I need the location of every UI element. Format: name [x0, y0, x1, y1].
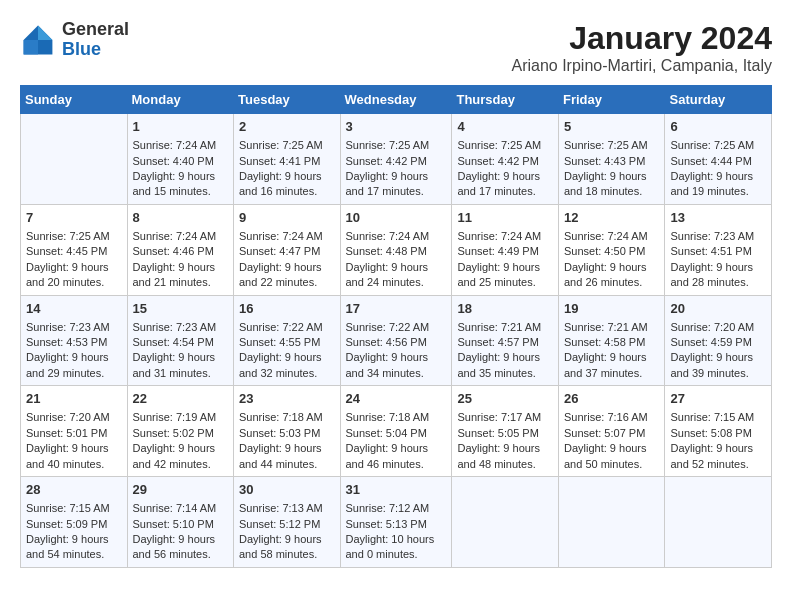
day-number: 8 — [133, 209, 229, 227]
day-header-sunday: Sunday — [21, 86, 128, 114]
calendar-cell: 23Sunrise: 7:18 AM Sunset: 5:03 PM Dayli… — [234, 386, 341, 477]
calendar-cell: 20Sunrise: 7:20 AM Sunset: 4:59 PM Dayli… — [665, 295, 772, 386]
day-number: 10 — [346, 209, 447, 227]
day-header-monday: Monday — [127, 86, 234, 114]
svg-marker-1 — [38, 25, 52, 39]
day-header-friday: Friday — [558, 86, 665, 114]
calendar-cell: 21Sunrise: 7:20 AM Sunset: 5:01 PM Dayli… — [21, 386, 128, 477]
day-number: 13 — [670, 209, 766, 227]
day-number: 22 — [133, 390, 229, 408]
cell-content: Sunrise: 7:24 AM Sunset: 4:46 PM Dayligh… — [133, 229, 229, 291]
svg-marker-2 — [24, 40, 38, 54]
calendar-cell — [558, 477, 665, 568]
day-number: 23 — [239, 390, 335, 408]
cell-content: Sunrise: 7:25 AM Sunset: 4:44 PM Dayligh… — [670, 138, 766, 200]
calendar-cell: 4Sunrise: 7:25 AM Sunset: 4:42 PM Daylig… — [452, 114, 559, 205]
day-number: 18 — [457, 300, 553, 318]
day-number: 1 — [133, 118, 229, 136]
day-number: 7 — [26, 209, 122, 227]
day-number: 5 — [564, 118, 660, 136]
day-number: 12 — [564, 209, 660, 227]
cell-content: Sunrise: 7:14 AM Sunset: 5:10 PM Dayligh… — [133, 501, 229, 563]
calendar-cell: 31Sunrise: 7:12 AM Sunset: 5:13 PM Dayli… — [340, 477, 452, 568]
cell-content: Sunrise: 7:25 AM Sunset: 4:45 PM Dayligh… — [26, 229, 122, 291]
title-block: January 2024 Ariano Irpino-Martiri, Camp… — [511, 20, 772, 75]
calendar-cell: 12Sunrise: 7:24 AM Sunset: 4:50 PM Dayli… — [558, 204, 665, 295]
cell-content: Sunrise: 7:12 AM Sunset: 5:13 PM Dayligh… — [346, 501, 447, 563]
cell-content: Sunrise: 7:13 AM Sunset: 5:12 PM Dayligh… — [239, 501, 335, 563]
day-number: 14 — [26, 300, 122, 318]
day-number: 28 — [26, 481, 122, 499]
cell-content: Sunrise: 7:22 AM Sunset: 4:55 PM Dayligh… — [239, 320, 335, 382]
calendar-cell: 1Sunrise: 7:24 AM Sunset: 4:40 PM Daylig… — [127, 114, 234, 205]
day-header-tuesday: Tuesday — [234, 86, 341, 114]
cell-content: Sunrise: 7:21 AM Sunset: 4:58 PM Dayligh… — [564, 320, 660, 382]
day-number: 19 — [564, 300, 660, 318]
calendar-week-row: 7Sunrise: 7:25 AM Sunset: 4:45 PM Daylig… — [21, 204, 772, 295]
day-number: 2 — [239, 118, 335, 136]
calendar-cell: 3Sunrise: 7:25 AM Sunset: 4:42 PM Daylig… — [340, 114, 452, 205]
cell-content: Sunrise: 7:25 AM Sunset: 4:43 PM Dayligh… — [564, 138, 660, 200]
calendar-cell: 13Sunrise: 7:23 AM Sunset: 4:51 PM Dayli… — [665, 204, 772, 295]
calendar-cell: 30Sunrise: 7:13 AM Sunset: 5:12 PM Dayli… — [234, 477, 341, 568]
calendar-cell: 24Sunrise: 7:18 AM Sunset: 5:04 PM Dayli… — [340, 386, 452, 477]
calendar-cell: 9Sunrise: 7:24 AM Sunset: 4:47 PM Daylig… — [234, 204, 341, 295]
cell-content: Sunrise: 7:17 AM Sunset: 5:05 PM Dayligh… — [457, 410, 553, 472]
cell-content: Sunrise: 7:22 AM Sunset: 4:56 PM Dayligh… — [346, 320, 447, 382]
day-number: 3 — [346, 118, 447, 136]
cell-content: Sunrise: 7:18 AM Sunset: 5:04 PM Dayligh… — [346, 410, 447, 472]
cell-content: Sunrise: 7:21 AM Sunset: 4:57 PM Dayligh… — [457, 320, 553, 382]
day-number: 15 — [133, 300, 229, 318]
cell-content: Sunrise: 7:15 AM Sunset: 5:08 PM Dayligh… — [670, 410, 766, 472]
logo: General Blue — [20, 20, 129, 60]
logo-general: General — [62, 19, 129, 39]
day-number: 25 — [457, 390, 553, 408]
logo-blue: Blue — [62, 39, 101, 59]
day-header-saturday: Saturday — [665, 86, 772, 114]
cell-content: Sunrise: 7:25 AM Sunset: 4:42 PM Dayligh… — [346, 138, 447, 200]
logo-icon — [20, 22, 56, 58]
calendar-subtitle: Ariano Irpino-Martiri, Campania, Italy — [511, 57, 772, 75]
day-number: 30 — [239, 481, 335, 499]
page-header: General Blue January 2024 Ariano Irpino-… — [20, 20, 772, 75]
day-number: 9 — [239, 209, 335, 227]
calendar-cell: 8Sunrise: 7:24 AM Sunset: 4:46 PM Daylig… — [127, 204, 234, 295]
calendar-week-row: 1Sunrise: 7:24 AM Sunset: 4:40 PM Daylig… — [21, 114, 772, 205]
day-number: 21 — [26, 390, 122, 408]
calendar-week-row: 21Sunrise: 7:20 AM Sunset: 5:01 PM Dayli… — [21, 386, 772, 477]
cell-content: Sunrise: 7:24 AM Sunset: 4:50 PM Dayligh… — [564, 229, 660, 291]
calendar-cell: 25Sunrise: 7:17 AM Sunset: 5:05 PM Dayli… — [452, 386, 559, 477]
cell-content: Sunrise: 7:24 AM Sunset: 4:48 PM Dayligh… — [346, 229, 447, 291]
day-header-wednesday: Wednesday — [340, 86, 452, 114]
cell-content: Sunrise: 7:25 AM Sunset: 4:42 PM Dayligh… — [457, 138, 553, 200]
cell-content: Sunrise: 7:23 AM Sunset: 4:54 PM Dayligh… — [133, 320, 229, 382]
calendar-cell — [21, 114, 128, 205]
cell-content: Sunrise: 7:18 AM Sunset: 5:03 PM Dayligh… — [239, 410, 335, 472]
calendar-cell: 2Sunrise: 7:25 AM Sunset: 4:41 PM Daylig… — [234, 114, 341, 205]
day-number: 16 — [239, 300, 335, 318]
day-number: 31 — [346, 481, 447, 499]
calendar-cell: 7Sunrise: 7:25 AM Sunset: 4:45 PM Daylig… — [21, 204, 128, 295]
calendar-header-row: SundayMondayTuesdayWednesdayThursdayFrid… — [21, 86, 772, 114]
calendar-cell: 22Sunrise: 7:19 AM Sunset: 5:02 PM Dayli… — [127, 386, 234, 477]
logo-text: General Blue — [62, 20, 129, 60]
calendar-cell: 10Sunrise: 7:24 AM Sunset: 4:48 PM Dayli… — [340, 204, 452, 295]
calendar-cell: 26Sunrise: 7:16 AM Sunset: 5:07 PM Dayli… — [558, 386, 665, 477]
calendar-table: SundayMondayTuesdayWednesdayThursdayFrid… — [20, 85, 772, 568]
cell-content: Sunrise: 7:24 AM Sunset: 4:47 PM Dayligh… — [239, 229, 335, 291]
calendar-cell: 5Sunrise: 7:25 AM Sunset: 4:43 PM Daylig… — [558, 114, 665, 205]
calendar-cell: 28Sunrise: 7:15 AM Sunset: 5:09 PM Dayli… — [21, 477, 128, 568]
calendar-cell: 27Sunrise: 7:15 AM Sunset: 5:08 PM Dayli… — [665, 386, 772, 477]
cell-content: Sunrise: 7:19 AM Sunset: 5:02 PM Dayligh… — [133, 410, 229, 472]
calendar-cell: 17Sunrise: 7:22 AM Sunset: 4:56 PM Dayli… — [340, 295, 452, 386]
cell-content: Sunrise: 7:20 AM Sunset: 5:01 PM Dayligh… — [26, 410, 122, 472]
day-header-thursday: Thursday — [452, 86, 559, 114]
calendar-week-row: 14Sunrise: 7:23 AM Sunset: 4:53 PM Dayli… — [21, 295, 772, 386]
calendar-cell: 19Sunrise: 7:21 AM Sunset: 4:58 PM Dayli… — [558, 295, 665, 386]
calendar-cell: 11Sunrise: 7:24 AM Sunset: 4:49 PM Dayli… — [452, 204, 559, 295]
day-number: 24 — [346, 390, 447, 408]
cell-content: Sunrise: 7:23 AM Sunset: 4:53 PM Dayligh… — [26, 320, 122, 382]
day-number: 17 — [346, 300, 447, 318]
day-number: 6 — [670, 118, 766, 136]
day-number: 29 — [133, 481, 229, 499]
